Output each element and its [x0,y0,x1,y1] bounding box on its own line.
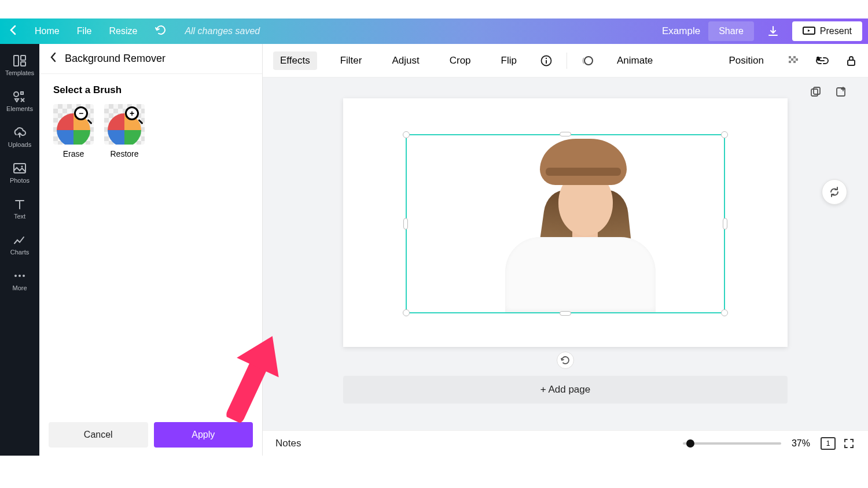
brush-erase-thumb: − [53,104,94,145]
home-link[interactable]: Home [35,26,60,36]
svg-rect-19 [793,61,796,63]
tab-filter[interactable]: Filter [333,51,369,70]
top-bar: Home File Resize All changes saved Examp… [0,19,868,44]
resize-handle-bl[interactable] [403,309,410,316]
panel-back-icon[interactable] [50,52,57,65]
panel-footer: Cancel Apply [39,415,262,456]
back-chevron-icon[interactable] [9,25,17,38]
resize-handle-ml[interactable] [403,218,408,230]
duplicate-page-icon[interactable] [809,86,822,98]
side-panel: Background Remover Select a Brush − Eras… [39,44,263,456]
link-icon[interactable] [816,54,829,67]
page-grid-icon[interactable]: 1 [821,437,836,450]
left-rail: Templates Elements Uploads Photos Text C… [0,44,39,456]
svg-point-8 [19,275,21,277]
rail-text[interactable]: Text [12,198,27,220]
resize-menu[interactable]: Resize [109,26,137,36]
rail-uploads[interactable]: Uploads [8,126,31,148]
workspace: Templates Elements Uploads Photos Text C… [0,44,868,456]
file-menu[interactable]: File [77,26,92,36]
edit-toolbar: Effects Filter Adjust Crop Flip Animate … [263,44,868,77]
elements-icon [12,90,27,103]
rail-templates[interactable]: Templates [5,54,34,76]
svg-point-4 [14,92,19,97]
tab-crop[interactable]: Crop [443,51,478,70]
image-subject [505,139,656,312]
svg-point-11 [546,57,547,58]
present-label: Present [820,26,852,36]
resize-handle-tl[interactable] [403,131,410,138]
apply-button[interactable]: Apply [154,422,253,448]
share-button[interactable]: Share [708,21,754,41]
info-icon[interactable] [540,54,553,67]
panel-title: Background Remover [65,53,165,65]
zoom-percent[interactable]: 37% [792,438,810,449]
cancel-button[interactable]: Cancel [49,422,148,448]
tab-flip[interactable]: Flip [494,51,524,70]
svg-rect-21 [811,89,818,96]
panel-header: Background Remover [39,44,262,74]
text-icon [12,198,27,210]
svg-rect-18 [789,61,791,63]
refresh-fab[interactable] [822,179,847,205]
notes-button[interactable]: Notes [275,438,301,449]
templates-icon [12,54,27,67]
topbar-right: Example Share Present [662,20,862,42]
rail-more[interactable]: More [12,269,27,291]
rail-elements-label: Elements [6,105,33,112]
rail-elements[interactable]: Elements [6,90,33,112]
resize-handle-br[interactable] [721,309,728,316]
svg-rect-2 [21,56,25,60]
tab-animate[interactable]: Animate [610,51,660,70]
design-page[interactable] [343,98,788,347]
uploads-icon [12,126,27,139]
rail-text-label: Text [14,213,25,220]
rail-more-label: More [12,284,27,291]
canvas-main[interactable]: + Add page [263,77,868,456]
download-icon[interactable] [762,20,784,42]
svg-point-6 [21,166,23,168]
zoom-slider-thumb[interactable] [686,439,694,448]
rail-photos[interactable]: Photos [10,162,30,184]
tab-effects[interactable]: Effects [273,51,317,70]
position-button[interactable]: Position [722,51,771,70]
example-label[interactable]: Example [662,25,700,37]
svg-rect-3 [21,62,25,66]
undo-icon[interactable] [155,24,167,38]
rail-uploads-label: Uploads [8,141,31,148]
svg-rect-12 [546,60,547,64]
tab-adjust[interactable]: Adjust [385,51,426,70]
svg-point-7 [14,275,17,277]
svg-rect-22 [814,87,820,94]
zoom-slider[interactable] [683,442,781,445]
animate-icon [581,54,594,67]
resize-handle-mr[interactable] [723,218,727,230]
lock-icon[interactable] [845,54,858,67]
fullscreen-icon[interactable] [843,437,855,450]
panel-body: Select a Brush − Erase + Restore [39,74,262,415]
selection-box[interactable] [406,134,725,313]
brush-heading: Select a Brush [53,84,248,96]
canvas-area: Effects Filter Adjust Crop Flip Animate … [263,44,868,456]
resize-handle-mb[interactable] [560,311,571,316]
save-status: All changes saved [185,26,260,36]
svg-rect-17 [796,58,798,61]
resize-handle-mt[interactable] [560,132,571,136]
brush-erase[interactable]: − Erase [53,104,94,158]
zoom-out-icon: − [74,106,91,124]
svg-rect-20 [848,60,855,65]
page-actions [809,86,847,98]
brush-restore[interactable]: + Restore [104,104,145,158]
present-button[interactable]: Present [792,21,862,41]
brush-restore-thumb: + [104,104,145,145]
rail-charts-label: Charts [10,249,29,256]
rotate-icon[interactable] [557,352,574,369]
transparency-icon[interactable] [787,54,800,67]
rail-templates-label: Templates [5,69,34,76]
resize-handle-tr[interactable] [721,131,728,138]
rail-charts[interactable]: Charts [10,234,29,256]
more-icon [12,269,27,282]
add-page-button[interactable]: + Add page [343,376,788,404]
add-page-icon[interactable] [834,86,847,98]
photos-icon [12,162,27,175]
